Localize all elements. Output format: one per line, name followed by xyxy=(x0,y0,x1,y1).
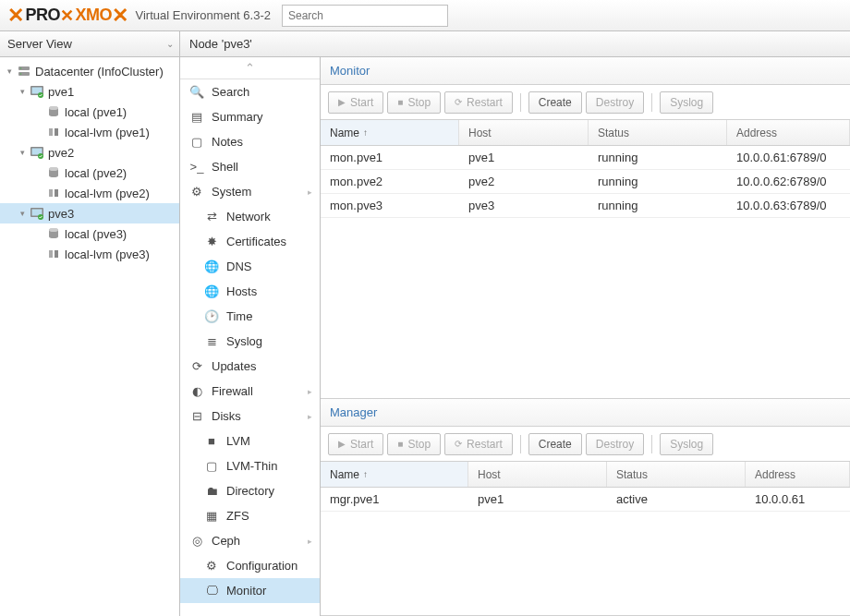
stop-button[interactable]: ■Stop xyxy=(387,433,441,455)
table-row[interactable]: mon.pve2pve2running10.0.0.62:6789/0 xyxy=(321,170,850,194)
nav-time[interactable]: 🕑Time xyxy=(180,304,320,329)
restart-button[interactable]: ⟳Restart xyxy=(444,91,513,114)
secondary-toolbar: Server View ⌄ Node 'pve3' xyxy=(0,31,850,57)
sort-asc-icon: ↑ xyxy=(363,469,368,479)
column-host[interactable]: Host xyxy=(468,462,607,487)
search-input[interactable] xyxy=(282,5,448,27)
tree-node-label: local (pve2) xyxy=(65,166,127,180)
table-row[interactable]: mon.pve1pve1running10.0.0.61:6789/0 xyxy=(321,146,850,170)
search-icon: 🔍 xyxy=(189,85,204,100)
column-address[interactable]: Address xyxy=(746,462,850,487)
nav-system[interactable]: ⚙System▸ xyxy=(180,179,320,204)
nav-summary[interactable]: ▤Summary xyxy=(180,104,320,129)
column-address[interactable]: Address xyxy=(727,120,850,145)
logo-pro: PRO xyxy=(26,6,61,25)
cell-address: 10.0.0.62:6789/0 xyxy=(727,170,850,193)
globe-icon: 🌐 xyxy=(204,284,219,299)
tree-toggle-icon: ▾ xyxy=(17,87,28,96)
nav-ceph[interactable]: ◎Ceph▸ xyxy=(180,528,320,553)
nav-label: Firewall xyxy=(212,384,253,398)
certificate-icon: ✸ xyxy=(204,235,219,249)
nav-certificates[interactable]: ✸Certificates xyxy=(180,229,320,254)
tree-storage[interactable]: local (pve2) xyxy=(0,163,179,183)
cell-address: 10.0.0.63:6789/0 xyxy=(727,194,850,217)
stop-button[interactable]: ■Stop xyxy=(387,91,441,114)
nav-lvm[interactable]: ■LVM xyxy=(180,429,320,453)
tree-storage[interactable]: local-lvm (pve3) xyxy=(0,244,179,264)
nav-monitor[interactable]: 🖵Monitor xyxy=(180,578,320,603)
chevron-right-icon: ▸ xyxy=(308,187,312,197)
column-status[interactable]: Status xyxy=(589,120,727,145)
column-status[interactable]: Status xyxy=(607,462,746,487)
nav-label: Shell xyxy=(212,160,238,174)
logo-x-icon: ✕ xyxy=(112,4,128,28)
nav-syslog[interactable]: ≣Syslog xyxy=(180,329,320,354)
start-button[interactable]: ▶Start xyxy=(328,91,383,114)
nav-label: Summary xyxy=(212,110,263,124)
destroy-button[interactable]: Destroy xyxy=(586,91,644,114)
tree-node-pve1[interactable]: ▾pve1 xyxy=(0,81,179,102)
nav-label: LVM xyxy=(226,434,250,448)
create-button[interactable]: Create xyxy=(528,91,582,114)
folder-icon: 🖿 xyxy=(204,484,219,499)
nav-lvmthin[interactable]: ▢LVM-Thin xyxy=(180,453,320,478)
monitor-panel-header: Monitor xyxy=(321,57,850,85)
logo: ✕ PRO ✕ XMO ✕ xyxy=(7,4,130,28)
monitor-grid-header: Name↑HostStatusAddress xyxy=(321,120,850,146)
nav-label: Monitor xyxy=(226,584,266,598)
cell-status: running xyxy=(589,194,727,217)
nav-firewall[interactable]: ◐Firewall▸ xyxy=(180,379,320,404)
tree-node-pve2[interactable]: ▾pve2 xyxy=(0,142,179,163)
nav-updates[interactable]: ⟳Updates xyxy=(180,354,320,379)
chevron-right-icon: ▸ xyxy=(308,537,312,546)
table-row[interactable]: mon.pve3pve3running10.0.0.63:6789/0 xyxy=(321,194,850,218)
nav-notes[interactable]: ▢Notes xyxy=(180,129,320,154)
restart-button[interactable]: ⟳Restart xyxy=(444,433,513,455)
svg-point-2 xyxy=(20,67,22,69)
cell-host: pve3 xyxy=(459,194,589,217)
restart-icon: ⟳ xyxy=(455,97,462,107)
nav-shell[interactable]: >_Shell xyxy=(180,154,320,179)
syslog-button[interactable]: Syslog xyxy=(660,433,713,455)
button-label: Syslog xyxy=(670,438,703,451)
column-host[interactable]: Host xyxy=(459,120,589,145)
destroy-button[interactable]: Destroy xyxy=(586,433,644,455)
cell-host: pve2 xyxy=(459,170,589,193)
nav-network[interactable]: ⇄Network xyxy=(180,204,320,229)
nav-label: LVM-Thin xyxy=(226,459,277,473)
tree-node-pve3[interactable]: ▾pve3 xyxy=(0,203,179,223)
nav-label: Disks xyxy=(212,409,241,423)
tree-storage[interactable]: local (pve1) xyxy=(0,102,179,122)
column-label: Name xyxy=(330,468,359,481)
monitor-panel: Monitor ▶Start■Stop⟳RestartCreateDestroy… xyxy=(321,57,850,399)
nav-label: Ceph xyxy=(212,534,240,548)
nav-hosts[interactable]: 🌐Hosts xyxy=(180,279,320,304)
nav-dns[interactable]: 🌐DNS xyxy=(180,254,320,279)
tree-storage[interactable]: local (pve3) xyxy=(0,223,179,244)
tree-datacenter[interactable]: ▾Datacenter (InfoCluster) xyxy=(0,61,179,81)
tree-storage[interactable]: local-lvm (pve1) xyxy=(0,122,179,142)
nav-directory[interactable]: 🖿Directory xyxy=(180,478,320,503)
button-label: Start xyxy=(350,438,373,451)
nav-label: Search xyxy=(212,85,249,99)
column-name[interactable]: Name↑ xyxy=(321,120,459,145)
logo-x-icon: ✕ xyxy=(60,6,74,26)
tree-node-icon xyxy=(46,247,61,261)
create-button[interactable]: Create xyxy=(528,433,582,455)
restart-icon: ⟳ xyxy=(455,439,462,449)
syslog-button[interactable]: Syslog xyxy=(660,91,713,114)
tree-storage[interactable]: local-lvm (pve2) xyxy=(0,183,179,203)
nav-zfs[interactable]: ▦ZFS xyxy=(180,503,320,528)
table-row[interactable]: mgr.pve1pve1active10.0.0.61 xyxy=(321,488,850,512)
start-button[interactable]: ▶Start xyxy=(328,433,383,455)
column-name[interactable]: Name↑ xyxy=(321,462,468,487)
server-view-dropdown[interactable]: Server View ⌄ xyxy=(0,31,180,56)
chevron-right-icon: ▸ xyxy=(308,412,312,421)
nav-disks[interactable]: ⊟Disks▸ xyxy=(180,404,320,429)
nav-collapse-handle[interactable]: ⌃ xyxy=(180,57,320,79)
notes-icon: ▢ xyxy=(189,135,204,150)
nav-label: ZFS xyxy=(226,509,249,523)
nav-configuration[interactable]: ⚙Configuration xyxy=(180,553,320,578)
nav-search[interactable]: 🔍Search xyxy=(180,79,320,104)
cell-address: 10.0.0.61:6789/0 xyxy=(727,146,850,169)
